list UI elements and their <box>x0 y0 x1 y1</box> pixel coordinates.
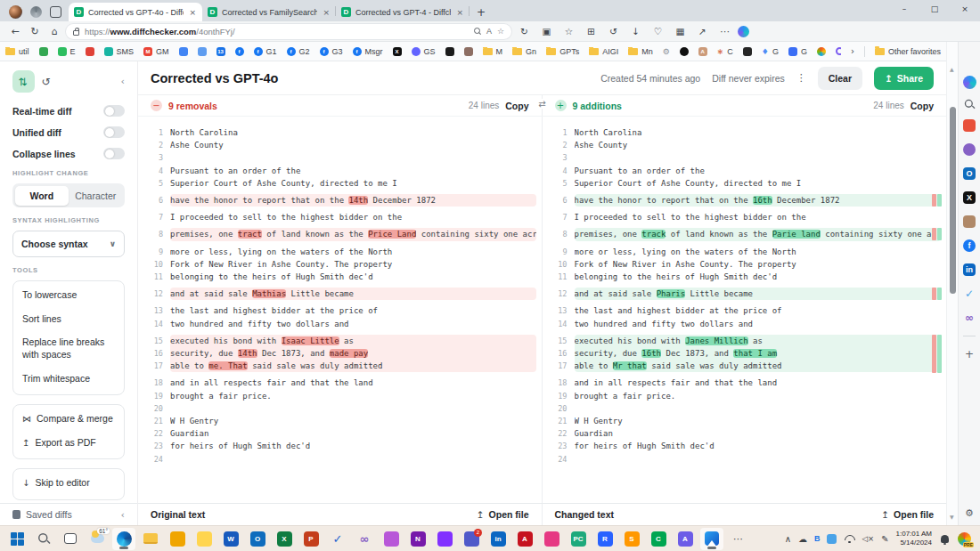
wifi-icon[interactable] <box>844 535 854 543</box>
left-copy-button[interactable]: Copy <box>505 101 528 111</box>
bookmark-mastodon[interactable]: GS <box>412 47 436 56</box>
browser-essentials-icon[interactable]: ↻ <box>515 26 534 36</box>
diff-line[interactable]: 1North Carolina <box>138 126 542 139</box>
sidebar-x-icon[interactable]: X <box>963 191 976 204</box>
sidebar-todo-icon[interactable]: ✓ <box>963 288 976 300</box>
taskbar-camtasia[interactable]: C <box>647 528 670 550</box>
sidebar-add-icon[interactable]: + <box>965 348 974 361</box>
kebab-menu-icon[interactable]: ⋮ <box>796 72 806 84</box>
diff-line[interactable]: 15executed his bond with Isaac Little as <box>138 335 542 347</box>
bookmark-dark-app[interactable] <box>445 47 454 56</box>
address-bar[interactable]: https://www.diffchecker.com/4onthFYj/ A … <box>66 24 511 39</box>
to-lowercase-button[interactable]: To lowercase <box>22 289 115 302</box>
left-open-file-button[interactable]: ↥Open file <box>477 509 529 520</box>
bookmark-gmail[interactable]: MGM <box>143 47 169 56</box>
diff-line[interactable]: 3 <box>138 151 542 164</box>
diff-line[interactable]: 18and in all respects fair and that the … <box>138 377 542 389</box>
clear-button[interactable]: Clear <box>818 67 862 90</box>
tab-actions-icon[interactable] <box>50 6 61 18</box>
bookmark-folder-util[interactable]: util <box>5 47 29 56</box>
diff-line[interactable]: 8premises, one tract of land known as th… <box>138 228 542 240</box>
bookmark-calendar[interactable]: 13 <box>216 47 225 56</box>
essentials-heart-icon[interactable]: ♡ <box>649 26 667 36</box>
downloads-icon[interactable]: ↓ <box>626 26 645 36</box>
word-tab[interactable]: Word <box>15 186 69 206</box>
bookmark-evernote[interactable]: E <box>58 47 76 56</box>
workspaces-icon[interactable] <box>30 6 42 18</box>
diff-line[interactable]: 8premises, one track of land known as th… <box>543 228 947 240</box>
saved-diffs-row[interactable]: Saved diffs ‹ <box>0 503 137 525</box>
changed-pane[interactable]: 1North Carolina2Ashe County3 4Pursuant t… <box>543 117 947 503</box>
diff-line[interactable]: 10Fork of New River in Ashe County. The … <box>543 258 947 271</box>
sidebar-avatar[interactable] <box>963 215 976 228</box>
diff-line[interactable]: 6have the honor to report that on the 16… <box>543 194 947 207</box>
diff-line[interactable]: 23for heirs of Hugh Smith dec'd <box>138 440 542 452</box>
diff-line[interactable]: 11belonging to the heirs of Hugh Smith d… <box>543 271 947 283</box>
start-button[interactable] <box>5 528 29 550</box>
bookmark-photo-site[interactable] <box>464 47 473 56</box>
sidebar-collapse-icon[interactable]: ‹ <box>121 76 125 87</box>
swap-panes-icon[interactable]: ⇄ <box>535 99 548 109</box>
bookmark-docs[interactable] <box>179 47 188 56</box>
diff-line[interactable]: 4Pursuant to an order of the <box>543 165 947 177</box>
taskbar-paint[interactable] <box>380 528 403 550</box>
diff-line[interactable]: 2Ashe County <box>138 139 542 151</box>
scroll-up-icon[interactable]: ▲ <box>950 66 954 72</box>
diff-line[interactable]: 12and at said sale Mathias Little became <box>138 288 542 300</box>
bookmark-blue-g[interactable]: G <box>788 47 807 56</box>
skip-to-editor-button[interactable]: ↓Skip to editor <box>22 477 115 490</box>
taskbar-teams[interactable]: 2 <box>460 528 483 550</box>
bookmark-openai[interactable] <box>680 47 689 56</box>
bookmark-claude[interactable]: ∗C <box>717 47 733 56</box>
diff-line[interactable]: 1North Carolina <box>543 126 947 139</box>
taskbar-todo[interactable]: ✓ <box>326 528 349 550</box>
new-tab-button[interactable]: + <box>470 6 494 21</box>
bookmark-facebook[interactable]: f <box>235 47 244 56</box>
tray-chevron-icon[interactable]: ∧ <box>785 534 791 544</box>
sidebar-facebook-icon[interactable]: f <box>963 239 976 252</box>
task-view-button[interactable] <box>59 528 82 550</box>
sidebar-linkedin-icon[interactable]: in <box>963 263 976 276</box>
bookmark-gemini[interactable]: ♦G <box>762 47 779 56</box>
taskbar-acrobat[interactable]: A <box>513 528 536 550</box>
sidebar-vs-icon[interactable]: ∞ <box>963 312 976 324</box>
sidebar-toolbox-icon[interactable] <box>963 119 976 132</box>
original-pane[interactable]: 1North Carolina2Ashe County3 4Pursuant t… <box>138 117 543 503</box>
bookmark-ring-site[interactable] <box>836 47 841 55</box>
diff-settings-button[interactable]: ⇄ <box>12 70 35 93</box>
zoom-icon[interactable] <box>474 28 481 35</box>
choose-syntax-select[interactable]: Choose syntax ∨ <box>12 231 125 257</box>
pen-icon[interactable]: ✎ <box>881 534 888 544</box>
diff-line[interactable]: 21W H Gentry <box>138 415 542 427</box>
taskbar-onenote[interactable]: N <box>406 528 429 550</box>
page-scrollbar[interactable]: ▲ ▼ <box>946 42 958 525</box>
diff-history-button[interactable]: ↺ <box>35 70 57 93</box>
realtime-diff-toggle[interactable] <box>103 105 125 117</box>
taskbar-outlook[interactable]: O <box>246 528 269 550</box>
diff-line[interactable]: 22Guardian <box>543 427 947 440</box>
diff-line[interactable]: 15executed his bond with Janes Millich a… <box>543 335 947 347</box>
favorites-bar-icon[interactable]: ☆ <box>559 26 578 36</box>
bookmark-contacts[interactable] <box>198 47 207 56</box>
taskbar-file-explorer[interactable] <box>139 528 162 550</box>
weather-widget[interactable]: 61° <box>86 528 109 550</box>
close-button[interactable]: × <box>950 0 980 18</box>
bookmark-facebook-g1[interactable]: fG1 <box>254 47 277 56</box>
back-icon[interactable]: ← <box>7 26 23 37</box>
scroll-down-icon[interactable]: ▼ <box>950 514 954 520</box>
trim-whitespace-button[interactable]: Trim whitespace <box>22 373 115 385</box>
diff-line[interactable]: 5Superior Court of Ashe County, directed… <box>138 177 542 190</box>
onedrive-cloud-icon[interactable]: ☁ <box>798 534 807 544</box>
diff-line[interactable]: 23for heirs of Hugh Smith dec'd <box>543 440 947 452</box>
bookmark-settings-site[interactable]: ⚙ <box>663 47 670 56</box>
diff-line[interactable]: 7I proceeded to sell to the highest bidd… <box>543 211 947 223</box>
diff-line[interactable]: 11belonging to the heirs of Hugh Smith d… <box>138 271 542 283</box>
taskbar-photos[interactable] <box>700 528 723 550</box>
diff-line[interactable]: 4Pursuant to an order of the <box>138 165 542 177</box>
bookmarks-overflow-icon[interactable]: › <box>851 46 854 56</box>
history-icon[interactable]: ↺ <box>604 26 623 36</box>
bookmark-folder-mn[interactable]: Mn <box>628 47 653 56</box>
split-screen-icon[interactable]: ▣ <box>537 26 556 36</box>
share-button[interactable]: ↥Share <box>874 67 934 90</box>
taskbar-word[interactable]: W <box>219 528 242 550</box>
